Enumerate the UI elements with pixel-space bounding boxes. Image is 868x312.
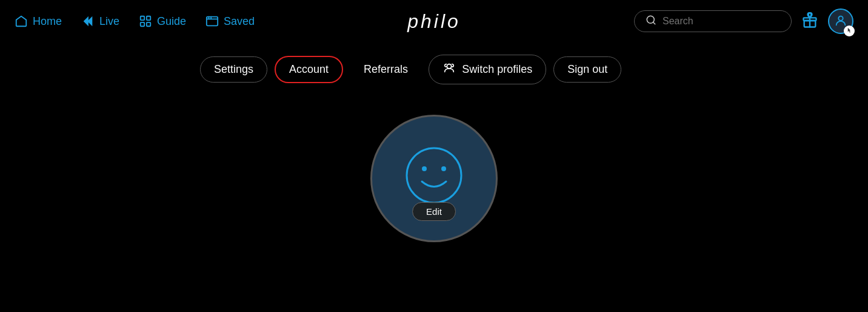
search-icon	[646, 15, 656, 28]
svg-point-16	[447, 64, 451, 69]
home-icon	[15, 15, 28, 28]
edit-button[interactable]: Edit	[412, 202, 456, 221]
nav-left: Home Live Guide	[15, 15, 255, 28]
settings-button[interactable]: Settings	[200, 56, 267, 83]
svg-point-18	[422, 166, 427, 171]
nav-guide[interactable]: Guide	[139, 15, 186, 28]
svg-point-17	[407, 148, 461, 203]
svg-line-11	[653, 22, 655, 24]
submenu: Settings Account Referrals Switch profil…	[0, 42, 868, 97]
profile-face: Edit	[398, 142, 470, 215]
nav-live[interactable]: Live	[81, 15, 119, 28]
nav-guide-label: Guide	[157, 15, 186, 28]
nav-right	[634, 8, 853, 34]
navbar: Home Live Guide	[0, 0, 868, 42]
gift-icon	[801, 12, 818, 31]
nav-home-label: Home	[33, 15, 62, 28]
nav-home[interactable]: Home	[15, 15, 62, 28]
svg-point-19	[441, 166, 446, 171]
svg-rect-5	[147, 22, 150, 26]
profile-avatar-container: Edit	[370, 115, 498, 242]
svg-point-15	[838, 16, 843, 20]
referrals-button[interactable]: Referrals	[350, 57, 421, 82]
switch-profiles-icon	[442, 61, 456, 78]
logo: philo	[407, 10, 461, 33]
guide-icon	[139, 15, 152, 28]
live-icon	[81, 15, 95, 28]
switch-profiles-button[interactable]: Switch profiles	[429, 55, 546, 84]
saved-icon	[205, 15, 219, 28]
svg-rect-4	[141, 22, 144, 26]
account-button[interactable]: Account	[275, 56, 343, 83]
profile-button[interactable]	[828, 8, 853, 34]
cursor-indicator	[844, 25, 855, 36]
search-bar[interactable]	[634, 10, 792, 32]
profile-section: Edit	[0, 115, 868, 242]
sign-out-button[interactable]: Sign out	[553, 56, 621, 83]
nav-saved[interactable]: Saved	[205, 15, 255, 28]
gift-button[interactable]	[801, 12, 818, 31]
nav-saved-label: Saved	[224, 15, 255, 28]
svg-rect-2	[141, 16, 144, 20]
search-input[interactable]	[663, 16, 780, 27]
svg-rect-3	[147, 16, 150, 20]
nav-live-label: Live	[99, 15, 119, 28]
